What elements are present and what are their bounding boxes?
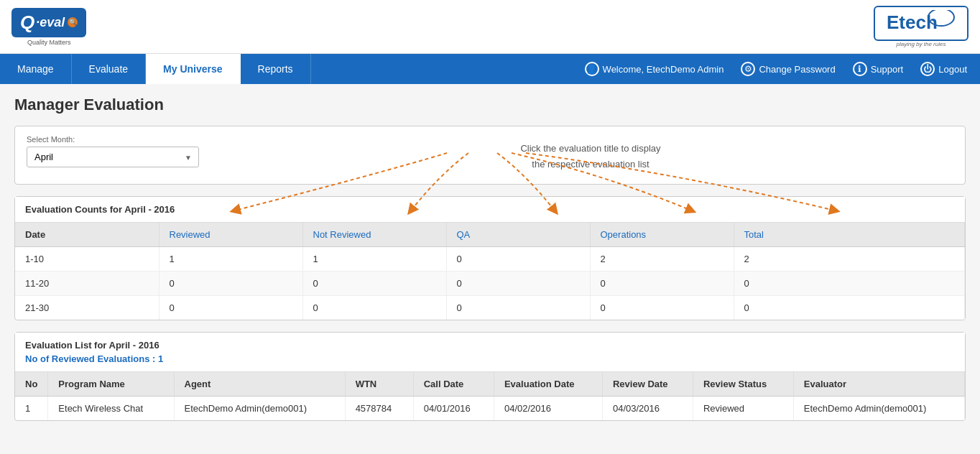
filter-hint-row: Select Month: JanuaryFebruaryMarch April…	[15, 126, 965, 184]
row2-reviewed: 0	[159, 272, 302, 296]
month-select-wrapper: JanuaryFebruaryMarch AprilMayJune JulyAu…	[27, 147, 199, 167]
list-row1-evaluator: EtechDemo Admin(demo001)	[793, 397, 964, 421]
row1-date: 1-10	[15, 247, 159, 272]
row2-date: 11-20	[15, 272, 159, 296]
hint-line2: the respective evaluation list	[520, 157, 660, 172]
list-row1-call-date: 04/01/2016	[413, 397, 494, 421]
row3-qa: 0	[446, 296, 590, 320]
eval-text: ·eval	[36, 16, 65, 29]
list-col-agent: Agent	[174, 372, 345, 397]
row1-qa: 0	[446, 247, 590, 272]
qeval-subtitle: Quality Matters	[27, 39, 71, 46]
filter-hint-container: Select Month: JanuaryFebruaryMarch April…	[14, 126, 966, 185]
nav-item-reports[interactable]: Reports	[241, 54, 311, 84]
row1-reviewed: 1	[159, 247, 302, 272]
table-row: 11-20 0 0 0 0 0	[15, 272, 965, 296]
change-password-icon: ⚙	[741, 62, 755, 76]
counts-section-header: Evaluation Counts for April - 2016	[15, 197, 965, 223]
evaluation-list-section: Evaluation List for April - 2016 No of R…	[14, 332, 966, 421]
nav-item-manage[interactable]: Manage	[0, 54, 72, 84]
col-not-reviewed[interactable]: Not Reviewed	[302, 223, 446, 247]
row3-not-reviewed: 0	[302, 296, 446, 320]
row2-not-reviewed: 0	[302, 272, 446, 296]
list-row1-wtn: 4578784	[345, 397, 413, 421]
list-row1-no: 1	[15, 397, 48, 421]
magnifier-icon: 🔍	[68, 17, 78, 27]
etech-logo: Etech playing by the rules	[874, 6, 969, 47]
support-icon: ℹ	[853, 62, 867, 76]
col-qa[interactable]: QA	[446, 223, 590, 247]
list-col-program: Program Name	[48, 372, 174, 397]
list-col-no: No	[15, 372, 48, 397]
welcome-text: Welcome, EtechDemo Admin	[603, 64, 724, 75]
list-row1-agent: EtechDemo Admin(demo001)	[174, 397, 345, 421]
logout-label: Logout	[938, 64, 967, 75]
evaluation-list-table: No Program Name Agent WTN Call Date Eval…	[15, 372, 965, 420]
hint-area: Click the evaluation title to display th…	[228, 135, 953, 172]
qeval-logo: Q ·eval 🔍 Quality Matters	[11, 8, 86, 46]
logout-item[interactable]: ⏻ Logout	[913, 54, 974, 84]
table-row: 1-10 1 1 0 2 2	[15, 247, 965, 272]
page-title: Manager Evaluation	[14, 96, 966, 114]
list-table-row: 1 Etech Wireless Chat EtechDemo Admin(de…	[15, 397, 965, 421]
nav-right: 👤 Welcome, EtechDemo Admin ⚙ Change Pass…	[578, 54, 980, 84]
support-item[interactable]: ℹ Support	[846, 54, 911, 84]
header: Q ·eval 🔍 Quality Matters Etech playing …	[0, 0, 980, 54]
row3-total: 0	[734, 296, 965, 320]
filter-section: Select Month: JanuaryFebruaryMarch April…	[27, 135, 228, 167]
list-col-eval-date: Evaluation Date	[494, 372, 602, 397]
list-section-header: Evaluation List for April - 2016 No of R…	[15, 333, 965, 372]
row3-reviewed: 0	[159, 296, 302, 320]
counts-table: Date Reviewed Not Reviewed QA Operations…	[15, 223, 965, 320]
col-operations[interactable]: Operations	[590, 223, 734, 247]
list-row1-eval-date: 04/02/2016	[494, 397, 602, 421]
row2-total: 0	[734, 272, 965, 296]
user-icon: 👤	[585, 62, 599, 76]
list-col-call-date: Call Date	[413, 372, 494, 397]
change-password-label: Change Password	[759, 64, 835, 75]
counts-section: Evaluation Counts for April - 2016 Date …	[14, 196, 966, 320]
month-select[interactable]: JanuaryFebruaryMarch AprilMayJune JulyAu…	[27, 147, 199, 167]
nav-item-evaluate[interactable]: Evaluate	[72, 54, 146, 84]
col-date: Date	[15, 223, 159, 247]
list-section-title: Evaluation List for April - 2016	[25, 340, 955, 351]
row3-operations: 0	[590, 296, 734, 320]
row2-operations: 0	[590, 272, 734, 296]
list-col-review-date: Review Date	[602, 372, 693, 397]
list-row1-review-date: 04/03/2016	[602, 397, 693, 421]
logout-icon: ⏻	[920, 62, 935, 76]
nav-item-my-universe[interactable]: My Universe	[146, 54, 240, 84]
list-row1-review-status: Reviewed	[693, 397, 793, 421]
hint-line1: Click the evaluation title to display	[520, 141, 660, 157]
welcome-item: 👤 Welcome, EtechDemo Admin	[578, 54, 731, 84]
etech-subtitle: playing by the rules	[897, 41, 946, 47]
nav-bar: Manage Evaluate My Universe Reports 👤 We…	[0, 54, 980, 84]
main-content: Manager Evaluation Select Month: January…	[0, 84, 980, 454]
filter-label: Select Month:	[27, 135, 228, 144]
counts-section-wrapper: Evaluation Counts for April - 2016 Date …	[14, 196, 966, 320]
row1-operations: 2	[590, 247, 734, 272]
q-letter: Q	[20, 11, 34, 34]
logo-area: Q ·eval 🔍 Quality Matters	[11, 8, 98, 46]
etech-logo-svg: Etech	[885, 10, 957, 34]
reviewed-count: No of Reviewed Evaluations : 1	[25, 353, 955, 364]
hint-text: Click the evaluation title to display th…	[520, 141, 660, 172]
row1-not-reviewed: 1	[302, 247, 446, 272]
list-col-review-status: Review Status	[693, 372, 793, 397]
support-label: Support	[871, 64, 904, 75]
table-row: 21-30 0 0 0 0 0	[15, 296, 965, 320]
col-reviewed[interactable]: Reviewed	[159, 223, 302, 247]
row1-total: 2	[734, 247, 965, 272]
list-col-wtn: WTN	[345, 372, 413, 397]
row3-date: 21-30	[15, 296, 159, 320]
list-col-evaluator: Evaluator	[793, 372, 964, 397]
change-password-item[interactable]: ⚙ Change Password	[734, 54, 842, 84]
col-total[interactable]: Total	[734, 223, 965, 247]
row2-qa: 0	[446, 272, 590, 296]
list-row1-program: Etech Wireless Chat	[48, 397, 174, 421]
